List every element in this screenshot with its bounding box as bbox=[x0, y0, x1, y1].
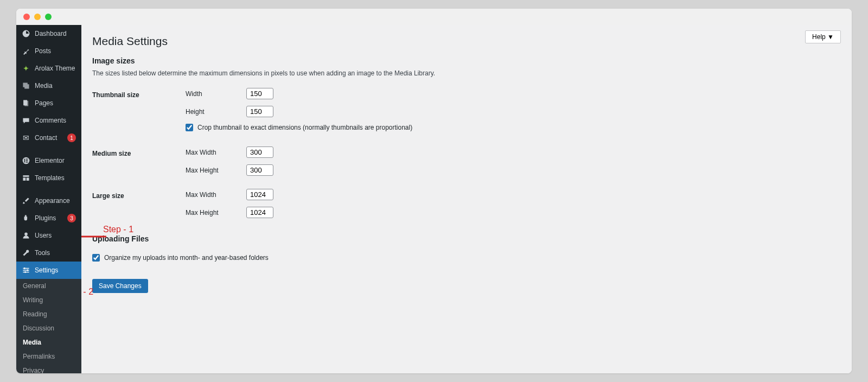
page-title: Media Settings bbox=[92, 35, 841, 48]
organize-label: Organize my uploads into month- and year… bbox=[104, 254, 269, 262]
crop-checkbox[interactable] bbox=[186, 124, 193, 131]
image-sizes-desc: The sizes listed below determine the max… bbox=[92, 69, 841, 77]
users-icon bbox=[22, 231, 30, 240]
submenu-reading[interactable]: Reading bbox=[16, 307, 81, 321]
submenu-discussion[interactable]: Discussion bbox=[16, 321, 81, 335]
large-maxh-label: Max Height bbox=[186, 209, 240, 217]
annotation-step1: Step - 1 bbox=[103, 225, 133, 234]
dashboard-icon bbox=[22, 29, 30, 38]
pin-icon bbox=[22, 47, 30, 55]
svg-rect-8 bbox=[23, 177, 25, 181]
sidebar-item-label: Comments bbox=[35, 117, 66, 124]
browser-window: Dashboard Posts ✦ Arolax Theme Media bbox=[16, 9, 852, 373]
sidebar-item-label: Elementor bbox=[35, 157, 65, 164]
sidebar-item-users[interactable]: Users bbox=[16, 227, 81, 244]
sidebar-item-arolax[interactable]: ✦ Arolax Theme bbox=[16, 60, 81, 77]
sidebar-item-label: Templates bbox=[35, 174, 65, 182]
window-minimize-dot[interactable] bbox=[34, 14, 41, 20]
media-icon bbox=[22, 81, 30, 90]
comments-icon bbox=[22, 116, 30, 125]
pages-icon bbox=[22, 99, 30, 107]
svg-rect-6 bbox=[25, 162, 28, 162]
sidebar-item-plugins[interactable]: Plugins 3 bbox=[16, 209, 81, 227]
crop-label: Crop thumbnail to exact dimensions (norm… bbox=[197, 124, 412, 131]
svg-rect-7 bbox=[23, 175, 29, 177]
envelope-icon: ✉ bbox=[22, 133, 30, 142]
submenu-media[interactable]: Media bbox=[16, 335, 81, 349]
window-chrome bbox=[16, 9, 852, 25]
sidebar-item-label: Pages bbox=[35, 99, 53, 107]
annotation-step2: Step - 2 bbox=[81, 287, 93, 297]
sidebar-item-tools[interactable]: Tools bbox=[16, 244, 81, 262]
svg-rect-3 bbox=[24, 159, 25, 163]
theme-icon: ✦ bbox=[22, 64, 30, 73]
svg-point-15 bbox=[27, 270, 28, 271]
app-body: Dashboard Posts ✦ Arolax Theme Media bbox=[16, 25, 852, 373]
row-medium: Medium size Max Width Max Height bbox=[92, 147, 841, 182]
settings-submenu: General Writing Reading Discussion Media… bbox=[16, 279, 81, 373]
sidebar-item-label: Plugins bbox=[35, 214, 56, 222]
thumb-width-input[interactable] bbox=[246, 88, 273, 99]
medium-maxh-label: Max Height bbox=[186, 167, 240, 174]
medium-maxh-input[interactable] bbox=[246, 164, 273, 176]
sidebar-item-label: Media bbox=[35, 82, 53, 90]
plug-icon bbox=[22, 214, 30, 222]
save-button[interactable]: Save Changes bbox=[92, 279, 148, 293]
sidebar-item-media[interactable]: Media bbox=[16, 77, 81, 94]
sidebar-item-appearance[interactable]: Appearance bbox=[16, 192, 81, 209]
window-close-dot[interactable] bbox=[23, 14, 30, 20]
thumbnail-label: Thumbnail size bbox=[92, 88, 186, 99]
sidebar-item-posts[interactable]: Posts bbox=[16, 42, 81, 60]
sidebar-item-elementor[interactable]: Elementor bbox=[16, 152, 81, 169]
sidebar-item-label: Posts bbox=[35, 47, 51, 55]
sidebar-item-pages[interactable]: Pages bbox=[16, 94, 81, 112]
contact-badge: 1 bbox=[67, 133, 76, 142]
large-maxw-input[interactable] bbox=[246, 189, 273, 200]
svg-point-14 bbox=[24, 268, 25, 269]
large-maxh-input[interactable] bbox=[246, 207, 273, 218]
sidebar-item-label: Contact bbox=[35, 134, 57, 142]
sidebar-item-dashboard[interactable]: Dashboard bbox=[16, 25, 81, 42]
sidebar-item-label: Users bbox=[35, 232, 52, 239]
organize-checkbox[interactable] bbox=[92, 254, 100, 262]
sidebar-item-settings[interactable]: Settings bbox=[16, 262, 81, 279]
window-maximize-dot[interactable] bbox=[45, 14, 52, 20]
plugins-badge: 3 bbox=[67, 214, 76, 222]
thumb-height-label: Height bbox=[186, 108, 240, 116]
section-uploading: Uploading Files bbox=[92, 234, 841, 243]
help-tab[interactable]: Help ▼ bbox=[805, 30, 841, 43]
svg-rect-9 bbox=[27, 177, 29, 181]
elementor-icon bbox=[22, 156, 30, 165]
admin-sidebar: Dashboard Posts ✦ Arolax Theme Media bbox=[16, 25, 81, 373]
templates-icon bbox=[22, 174, 30, 182]
medium-label: Medium size bbox=[92, 147, 186, 157]
medium-maxw-input[interactable] bbox=[246, 147, 273, 158]
sidebar-item-contact[interactable]: ✉ Contact 1 bbox=[16, 129, 81, 147]
large-maxw-label: Max Width bbox=[186, 191, 240, 199]
sidebar-item-label: Arolax Theme bbox=[35, 65, 75, 72]
sidebar-item-templates[interactable]: Templates bbox=[16, 169, 81, 187]
row-large: Large size Max Width Max Height bbox=[92, 189, 841, 225]
sidebar-item-label: Tools bbox=[35, 249, 50, 257]
submenu-permalinks[interactable]: Permalinks bbox=[16, 349, 81, 364]
main-content: Help ▼ Media Settings Image sizes The si… bbox=[81, 25, 852, 373]
submenu-writing[interactable]: Writing bbox=[16, 293, 81, 307]
svg-rect-4 bbox=[25, 159, 28, 160]
svg-rect-5 bbox=[25, 160, 28, 161]
sidebar-item-label: Settings bbox=[35, 266, 58, 274]
medium-maxw-label: Max Width bbox=[186, 149, 240, 156]
sidebar-item-label: Dashboard bbox=[35, 30, 67, 37]
svg-rect-1 bbox=[24, 101, 28, 106]
brush-icon bbox=[22, 196, 30, 205]
section-image-sizes: Image sizes bbox=[92, 56, 841, 65]
svg-point-16 bbox=[24, 271, 26, 273]
sidebar-item-comments[interactable]: Comments bbox=[16, 112, 81, 129]
wrench-icon bbox=[22, 249, 30, 257]
large-label: Large size bbox=[92, 189, 186, 200]
thumb-width-label: Width bbox=[186, 90, 240, 98]
submenu-general[interactable]: General bbox=[16, 279, 81, 293]
svg-point-10 bbox=[24, 232, 28, 235]
thumb-height-input[interactable] bbox=[246, 106, 273, 117]
submenu-privacy[interactable]: Privacy bbox=[16, 364, 81, 373]
sidebar-item-label: Appearance bbox=[35, 197, 70, 205]
